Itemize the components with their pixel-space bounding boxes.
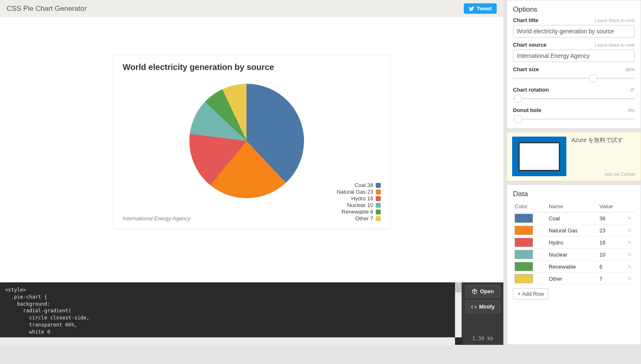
chart-size-value: 66% bbox=[626, 67, 635, 72]
vertical-scrollbar[interactable] bbox=[455, 282, 462, 337]
chart-source-hint: Leave blank to omit bbox=[595, 42, 635, 47]
row-value[interactable]: 10 bbox=[598, 249, 624, 261]
pie-chart bbox=[189, 84, 304, 198]
table-row: Nuclear10× bbox=[513, 249, 635, 261]
chart-rotation-slider[interactable] bbox=[513, 95, 635, 103]
legend-item: Nuclear 10 bbox=[337, 202, 381, 208]
donut-hole-value: 0% bbox=[628, 108, 635, 113]
add-row-button[interactable]: + Add Row bbox=[513, 288, 548, 299]
chart-card: World electricity generation by source C… bbox=[113, 55, 390, 229]
row-value[interactable]: 38 bbox=[598, 212, 624, 224]
color-swatch[interactable] bbox=[515, 238, 533, 247]
color-swatch[interactable] bbox=[515, 226, 533, 235]
cube-icon bbox=[472, 289, 478, 294]
options-panel: Options Chart titleLeave blank to omit C… bbox=[507, 0, 641, 129]
sidebar: Options Chart titleLeave blank to omit C… bbox=[503, 0, 641, 345]
preview-area: World electricity generation by source C… bbox=[0, 17, 503, 282]
options-heading: Options bbox=[513, 5, 635, 14]
data-panel: Data Color Name Value Coal38×Natural Gas… bbox=[507, 184, 641, 345]
row-name[interactable]: Nuclear bbox=[547, 249, 598, 261]
row-name[interactable]: Hydro bbox=[547, 237, 598, 249]
chart-source-label: Chart source bbox=[513, 42, 546, 48]
remove-row-button[interactable]: × bbox=[624, 261, 635, 273]
color-swatch[interactable] bbox=[515, 214, 533, 223]
table-row: Hydro16× bbox=[513, 237, 635, 249]
legend-swatch bbox=[376, 183, 381, 188]
row-value[interactable]: 16 bbox=[598, 237, 624, 249]
code-output[interactable]: <style> .pie-chart { background: radial-… bbox=[0, 282, 462, 337]
minify-button[interactable]: Minify bbox=[465, 300, 500, 313]
app-title: CSS Pie Chart Generator bbox=[7, 5, 87, 13]
data-table: Color Name Value Coal38×Natural Gas23×Hy… bbox=[513, 202, 635, 285]
file-size: 1.39 kb bbox=[462, 336, 503, 342]
legend-item: Natural Gas 23 bbox=[337, 189, 381, 195]
twitter-icon bbox=[469, 6, 475, 12]
color-swatch[interactable] bbox=[515, 274, 533, 283]
row-value[interactable]: 6 bbox=[598, 261, 624, 273]
table-row: Other7× bbox=[513, 273, 635, 285]
legend-swatch bbox=[376, 216, 381, 221]
donut-hole-slider[interactable] bbox=[513, 115, 635, 123]
remove-row-button[interactable]: × bbox=[624, 273, 635, 285]
legend-item: Hydro 16 bbox=[337, 195, 381, 202]
tweet-label: Tweet bbox=[477, 5, 492, 12]
chart-title: World electricity generation by source bbox=[123, 62, 381, 72]
chart-title-label: Chart title bbox=[513, 17, 538, 23]
tweet-button[interactable]: Tweet bbox=[464, 3, 497, 14]
ad-attribution: ads via Carbon bbox=[605, 172, 636, 177]
table-row: Natural Gas23× bbox=[513, 224, 635, 237]
chart-rotation-label: Chart rotation bbox=[513, 87, 549, 93]
chart-source-input[interactable] bbox=[513, 50, 635, 62]
legend-item: Coal 38 bbox=[337, 182, 381, 188]
app-header: CSS Pie Chart Generator Tweet bbox=[0, 0, 503, 17]
chart-title-input[interactable] bbox=[513, 25, 635, 37]
legend-swatch bbox=[376, 196, 381, 201]
row-value[interactable]: 7 bbox=[598, 273, 624, 285]
ad-panel[interactable]: Azure を無料で試す ads via Carbon bbox=[507, 132, 641, 181]
remove-row-button[interactable]: × bbox=[624, 212, 635, 224]
code-icon bbox=[471, 304, 477, 310]
code-pane: <style> .pie-chart { background: radial-… bbox=[0, 282, 503, 345]
ad-image bbox=[512, 137, 566, 176]
legend-item: Other 7 bbox=[337, 215, 381, 222]
col-color: Color bbox=[513, 202, 547, 212]
chart-size-slider[interactable] bbox=[513, 74, 635, 82]
col-value: Value bbox=[598, 202, 624, 212]
chart-rotation-value: 0° bbox=[630, 87, 635, 92]
horizontal-scrollbar[interactable] bbox=[0, 337, 455, 345]
remove-row-button[interactable]: × bbox=[624, 224, 635, 237]
remove-row-button[interactable]: × bbox=[624, 249, 635, 261]
legend-swatch bbox=[376, 209, 381, 214]
row-name[interactable]: Renewable bbox=[547, 261, 598, 273]
color-swatch[interactable] bbox=[515, 250, 533, 259]
col-name: Name bbox=[547, 202, 598, 212]
row-value[interactable]: 23 bbox=[598, 224, 624, 237]
ad-text: Azure を無料で試す bbox=[571, 137, 636, 177]
legend-swatch bbox=[376, 203, 381, 208]
chart-size-label: Chart size bbox=[513, 66, 539, 72]
row-name[interactable]: Natural Gas bbox=[547, 224, 598, 237]
data-heading: Data bbox=[513, 190, 635, 198]
chart-source: International Energy Agency bbox=[123, 215, 191, 222]
code-actions: Open Minify 1.39 kb bbox=[462, 282, 503, 345]
table-row: Coal38× bbox=[513, 212, 635, 224]
open-button[interactable]: Open bbox=[465, 285, 500, 298]
chart-title-hint: Leave blank to omit bbox=[595, 18, 635, 23]
color-swatch[interactable] bbox=[515, 262, 533, 271]
code-box: <style> .pie-chart { background: radial-… bbox=[0, 282, 462, 345]
legend-item: Renewable 6 bbox=[337, 209, 381, 215]
donut-hole-label: Donut hole bbox=[513, 107, 541, 113]
chart-legend: Coal 38Natural Gas 23Hydro 16Nuclear 10R… bbox=[337, 182, 381, 222]
row-name[interactable]: Other bbox=[547, 273, 598, 285]
remove-row-button[interactable]: × bbox=[624, 237, 635, 249]
row-name[interactable]: Coal bbox=[547, 212, 598, 224]
table-row: Renewable6× bbox=[513, 261, 635, 273]
legend-swatch bbox=[376, 189, 381, 194]
